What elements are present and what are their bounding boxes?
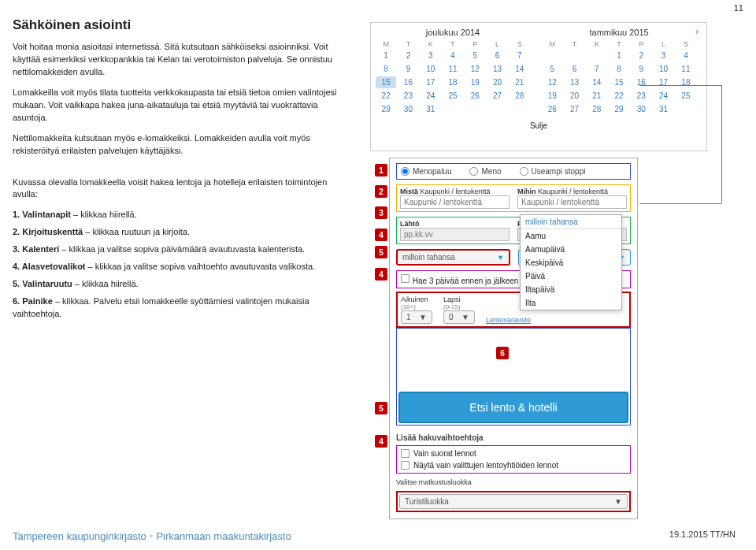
- calendar-day[interactable]: 6: [564, 63, 584, 75]
- radio-return[interactable]: Menopaluu: [400, 166, 451, 177]
- calendar-day[interactable]: 11: [676, 63, 696, 75]
- calendar-day[interactable]: 4: [676, 50, 696, 61]
- calendar-day[interactable]: 13: [487, 63, 507, 75]
- calendar-day[interactable]: 18: [443, 76, 463, 88]
- calendar-day[interactable]: 14: [587, 76, 607, 88]
- calendar-day[interactable]: 25: [676, 90, 696, 102]
- footer-org: Tampereen kaupunginkirjasto•Pirkanmaan m…: [13, 530, 291, 542]
- calendar-day[interactable]: 12: [542, 76, 562, 88]
- booking-link[interactable]: Lentovarauste: [486, 316, 531, 324]
- calendar-day[interactable]: 17: [421, 76, 441, 88]
- calendar-day[interactable]: 13: [564, 76, 584, 88]
- calendar-day[interactable]: 10: [421, 63, 441, 75]
- calendar-day[interactable]: 25: [443, 90, 463, 102]
- calendar-day-header: L: [487, 40, 507, 48]
- calendar-day[interactable]: 20: [564, 90, 584, 102]
- calendar-day[interactable]: 10: [653, 63, 673, 75]
- radio-multi-input[interactable]: [519, 167, 528, 176]
- time-dropdown-panel[interactable]: milloin tahansaAamuAamupäiväKeskipäiväPä…: [520, 214, 622, 310]
- calendar-day[interactable]: 23: [631, 90, 651, 102]
- radio-oneway[interactable]: Meno: [469, 166, 501, 177]
- calendar-day[interactable]: 2: [631, 50, 651, 61]
- depart-input[interactable]: [400, 228, 510, 241]
- calendar-day[interactable]: 28: [587, 103, 607, 115]
- adult-select[interactable]: 1▼: [401, 310, 432, 324]
- calendar-day[interactable]: 29: [609, 103, 629, 115]
- class-select[interactable]: Turistiluokka▼: [399, 494, 628, 509]
- calendar-day[interactable]: 1: [609, 50, 629, 61]
- calendar-day[interactable]: 1: [376, 50, 396, 61]
- calendar-close[interactable]: Sulje: [376, 121, 702, 130]
- child-select[interactable]: 0▼: [443, 310, 475, 324]
- time-option[interactable]: Iltapäivä: [521, 283, 621, 296]
- child-sub: (0-15): [443, 303, 475, 310]
- calendar-next-icon[interactable]: ›: [695, 26, 699, 37]
- time-option[interactable]: Aamupäivä: [521, 243, 621, 256]
- search-button[interactable]: Etsi lento & hotelli: [398, 392, 628, 423]
- depart-time-select[interactable]: milloin tahansa▼: [396, 249, 510, 266]
- calendar-day[interactable]: 7: [510, 50, 530, 61]
- calendar-day[interactable]: 27: [487, 90, 507, 102]
- calendar-day[interactable]: 15: [376, 76, 396, 88]
- calendar-day[interactable]: 3: [421, 50, 441, 61]
- calendar-day[interactable]: 20: [487, 76, 507, 88]
- calendar-day[interactable]: 31: [653, 103, 673, 115]
- calendar-day[interactable]: 26: [465, 90, 485, 102]
- radio-oneway-input[interactable]: [469, 167, 478, 176]
- calendar-day[interactable]: 23: [398, 90, 418, 102]
- calendar-popup[interactable]: › joulukuu 2014 MTKTPLS 1234567891011121…: [370, 22, 707, 151]
- calendar-day[interactable]: 30: [398, 103, 418, 115]
- legend-3: 3. Kalenteri – klikkaa ja valitse sopiva…: [13, 243, 351, 256]
- calendar-day[interactable]: 30: [631, 103, 651, 115]
- calendar-day[interactable]: 21: [587, 90, 607, 102]
- calendar-day[interactable]: 7: [587, 63, 607, 75]
- calendar-day[interactable]: 2: [398, 50, 418, 61]
- calendar-day[interactable]: 5: [542, 63, 562, 75]
- calendar-day[interactable]: 11: [443, 63, 463, 75]
- calendar-day[interactable]: 6: [487, 50, 507, 61]
- from-input[interactable]: [400, 195, 510, 209]
- calendar-day[interactable]: 16: [398, 76, 418, 88]
- calendar-day[interactable]: 15: [609, 76, 629, 88]
- calendar-day[interactable]: 18: [676, 76, 696, 88]
- calendar-day[interactable]: 26: [542, 103, 562, 115]
- time-option[interactable]: Päivä: [521, 269, 621, 283]
- to-input[interactable]: [517, 195, 627, 209]
- radio-return-input[interactable]: [401, 167, 410, 176]
- time-option[interactable]: Ilta: [521, 296, 621, 310]
- direct-only-check[interactable]: Vain suorat lennot: [400, 448, 627, 459]
- calendar-day[interactable]: 17: [653, 76, 673, 88]
- calendar-day[interactable]: 21: [510, 76, 530, 88]
- calendar-day[interactable]: 5: [465, 50, 485, 61]
- calendar-day[interactable]: 22: [609, 90, 629, 102]
- chevron-down-icon: ▼: [614, 497, 622, 506]
- calendar-day[interactable]: 8: [609, 63, 629, 75]
- child-label: Lapsi: [443, 295, 475, 303]
- calendar-day[interactable]: 9: [398, 63, 418, 75]
- calendar-day[interactable]: 24: [653, 90, 673, 102]
- calendar-day[interactable]: 19: [542, 90, 562, 102]
- calendar-day[interactable]: 12: [465, 63, 485, 75]
- chevron-down-icon: ▼: [497, 254, 504, 262]
- plus-minus-3-check[interactable]: Hae 3 päivää ennen ja jälkeen: [400, 273, 518, 285]
- calendar-day[interactable]: 29: [376, 103, 396, 115]
- airlines-only-check[interactable]: Näytä vain valittujen lentoyhtiöiden len…: [400, 460, 627, 470]
- calendar-day[interactable]: 28: [510, 90, 530, 102]
- calendar-day[interactable]: 31: [421, 103, 441, 115]
- calendar-day-header: T: [398, 40, 418, 48]
- calendar-day[interactable]: 4: [443, 50, 463, 61]
- badge-4c: 4: [375, 435, 387, 448]
- calendar-day[interactable]: 27: [564, 103, 584, 115]
- calendar-day[interactable]: 9: [631, 63, 651, 75]
- calendar-day[interactable]: 24: [421, 90, 441, 102]
- calendar-day[interactable]: 14: [510, 63, 530, 75]
- time-option[interactable]: Aamu: [521, 229, 621, 243]
- calendar-day[interactable]: 3: [653, 50, 673, 61]
- calendar-day[interactable]: 22: [376, 90, 396, 102]
- calendar-day[interactable]: 8: [376, 63, 396, 75]
- calendar-day[interactable]: 16: [631, 76, 651, 88]
- time-option[interactable]: Keskipäivä: [521, 256, 621, 269]
- calendar-day[interactable]: 19: [465, 76, 485, 88]
- radio-multi[interactable]: Useampi stoppi: [519, 166, 586, 177]
- time-option[interactable]: milloin tahansa: [521, 215, 621, 229]
